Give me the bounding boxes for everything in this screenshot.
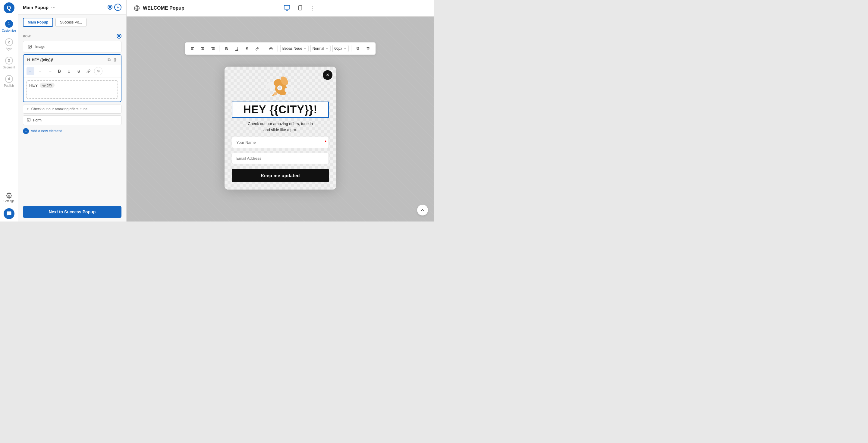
- svg-point-37: [270, 48, 271, 49]
- add-element-button[interactable]: + Add a new element: [23, 127, 121, 135]
- image-element-row[interactable]: Image: [23, 41, 121, 53]
- text-after: !: [56, 83, 58, 88]
- popup-subtext: Check out our amazing offers, tune in an…: [248, 121, 313, 133]
- sidebar-step-style[interactable]: 2 Style: [0, 35, 18, 54]
- topbar: WELCOME Popup ⋮: [127, 0, 434, 17]
- sidebar-settings[interactable]: Settings: [0, 190, 18, 206]
- text-element-editable[interactable]: HEY city !: [27, 81, 118, 99]
- row-radio-2[interactable]: [117, 34, 121, 39]
- canvas-strikethrough[interactable]: S: [243, 44, 251, 53]
- your-name-input[interactable]: [232, 137, 329, 148]
- image-label: Image: [35, 44, 45, 49]
- email-input[interactable]: [232, 153, 329, 164]
- svg-point-41: [278, 86, 281, 90]
- font-style-select[interactable]: Normal: [310, 45, 331, 52]
- canvas-smart-tag-icon[interactable]: [267, 44, 275, 53]
- canvas-align-right[interactable]: [209, 44, 217, 53]
- sidebar-step-segment[interactable]: 3 Segment: [0, 54, 18, 72]
- row-label-text: ROW: [23, 35, 31, 38]
- panel-title-text: Main Popup: [23, 5, 49, 10]
- required-dot-name: •: [324, 138, 327, 144]
- font-family-select[interactable]: Bebas Neue: [280, 45, 309, 52]
- toolbar-divider-4: [351, 45, 351, 52]
- next-button[interactable]: Next to Success Popup: [23, 206, 121, 218]
- add-row-button[interactable]: +: [114, 4, 121, 11]
- delete-icon[interactable]: 🗑: [113, 57, 117, 62]
- sub-element-form-label: Form: [33, 118, 41, 122]
- popup-close-button[interactable]: ×: [323, 70, 333, 80]
- sub-element-text[interactable]: T Check out our amazing offers, tune ...: [23, 104, 121, 114]
- topbar-center: ⋮: [282, 3, 317, 14]
- cta-button[interactable]: Keep me updated: [232, 169, 329, 182]
- tab-main-popup[interactable]: Main Popup: [23, 18, 53, 27]
- copy-icon[interactable]: ⧉: [107, 57, 111, 62]
- underline-button[interactable]: U: [65, 67, 73, 75]
- link-button[interactable]: [84, 67, 92, 75]
- smart-tag-editor-button[interactable]: [94, 67, 102, 75]
- step-3-label: Segment: [3, 66, 15, 69]
- text-content-display: HEY city !: [29, 83, 115, 88]
- bold-button[interactable]: B: [56, 67, 63, 75]
- svg-point-46: [266, 84, 270, 89]
- sub-element-form[interactable]: Form: [23, 116, 121, 125]
- panel-footer: Next to Success Popup: [18, 202, 126, 222]
- svg-rect-22: [284, 5, 290, 9]
- canvas-align-left[interactable]: [188, 44, 197, 53]
- font-size-select[interactable]: 60px: [332, 45, 348, 52]
- tab-success-popup[interactable]: Success Po...: [56, 18, 87, 27]
- popup-image: [262, 75, 299, 99]
- canvas-align-center[interactable]: [198, 44, 207, 53]
- svg-point-50: [284, 88, 289, 92]
- text-editor-title: H HEY {{city}}!: [27, 58, 53, 62]
- svg-point-2: [29, 46, 30, 46]
- font-style-value: Normal: [313, 46, 324, 51]
- svg-rect-25: [299, 5, 302, 10]
- text-editor-toolbar: B U S: [24, 65, 121, 77]
- smart-tag-icon: [42, 84, 46, 87]
- svg-point-15: [43, 85, 44, 86]
- svg-point-12: [98, 71, 99, 72]
- font-family-value: Bebas Neue: [282, 46, 302, 51]
- plus-icon: +: [23, 128, 29, 134]
- desktop-device-button[interactable]: [282, 3, 292, 14]
- step-2-number: 2: [5, 38, 13, 46]
- canvas-delete[interactable]: [364, 44, 372, 53]
- panel-title: Main Popup ⋯: [23, 4, 56, 10]
- strikethrough-button[interactable]: S: [75, 67, 83, 75]
- sidebar-step-customize[interactable]: 1 Customize: [0, 17, 18, 35]
- canvas-rich-toolbar: B U S Bebas Neue: [185, 42, 376, 55]
- mobile-icon: [298, 4, 303, 11]
- canvas-underline[interactable]: U: [233, 44, 241, 53]
- text-editor-content: HEY city !: [24, 77, 121, 101]
- smart-tag-city[interactable]: city: [40, 83, 55, 88]
- canvas-bold[interactable]: B: [222, 44, 231, 53]
- canvas-copy[interactable]: ⧉: [353, 44, 362, 53]
- svg-point-36: [270, 47, 273, 50]
- main-area: WELCOME Popup ⋮: [127, 0, 434, 222]
- support-button[interactable]: [4, 208, 14, 219]
- topbar-title: WELCOME Popup: [143, 5, 184, 11]
- step-2-label: Style: [5, 47, 12, 51]
- popup-heading-selected[interactable]: HEY {{CITY}}!: [232, 101, 329, 118]
- scroll-up-button[interactable]: [417, 204, 428, 216]
- app-logo[interactable]: Q: [4, 2, 14, 13]
- rocket-illustration: [264, 75, 297, 99]
- text-editor-header-icons: ⧉ 🗑: [107, 57, 117, 62]
- panel: Main Popup ⋯ + Main Popup Success Po... …: [18, 0, 127, 222]
- topbar-left: WELCOME Popup: [134, 5, 184, 11]
- row-radio[interactable]: [107, 5, 113, 10]
- align-right-button[interactable]: [46, 67, 54, 75]
- mobile-device-button[interactable]: [296, 3, 305, 14]
- canvas-link[interactable]: [253, 44, 261, 53]
- form-icon: [27, 118, 31, 123]
- font-size-value: 60px: [334, 46, 342, 51]
- align-center-button[interactable]: [36, 67, 44, 75]
- step-3-number: 3: [5, 57, 13, 64]
- your-name-wrapper: •: [232, 137, 329, 150]
- more-options-button[interactable]: ⋮: [308, 3, 317, 13]
- image-icon: [27, 44, 33, 50]
- gear-icon: [6, 193, 12, 199]
- sidebar-step-publish[interactable]: 4 Publish: [0, 72, 18, 90]
- panel-menu-icon[interactable]: ⋯: [51, 4, 56, 10]
- align-left-button[interactable]: [27, 67, 34, 75]
